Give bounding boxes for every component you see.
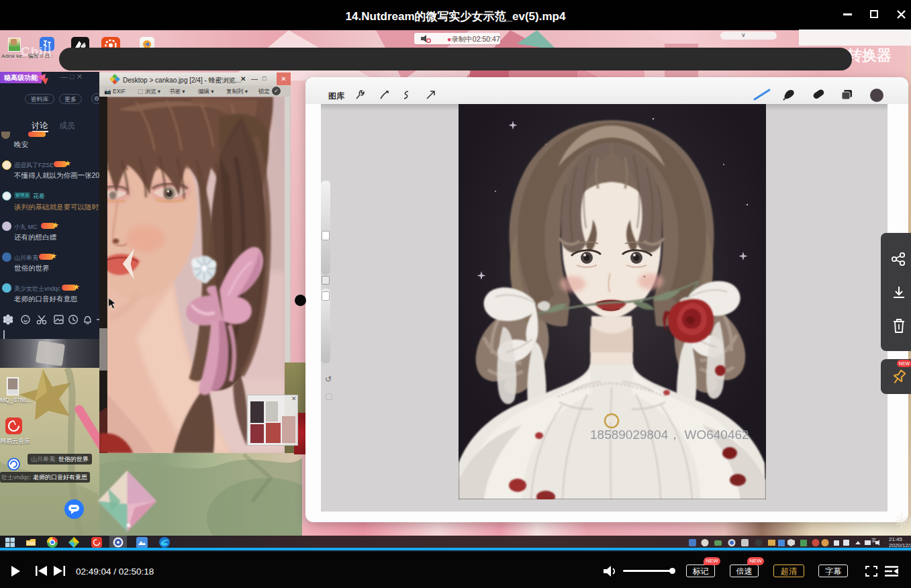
svg-text:18589029804， WO640462: 18589029804， WO640462 [590, 428, 749, 442]
